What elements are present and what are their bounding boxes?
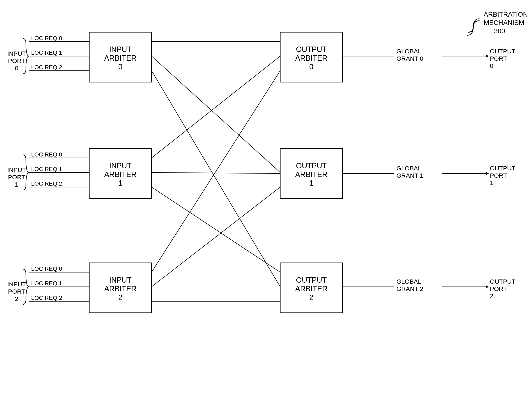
loc-req-2-0: LOC REQ 0 [31, 266, 62, 272]
input-port-1-label2: PORT [8, 174, 25, 181]
loc-req-1-2: LOC REQ 2 [31, 180, 62, 187]
loc-req-0-1: LOC REQ 1 [31, 49, 62, 56]
ia2-label2: ARBITER [104, 285, 137, 293]
input-port-2-number: 2 [15, 295, 19, 302]
output-port-2-number: 2 [490, 293, 493, 300]
svg-line-12 [152, 56, 280, 158]
input-port-1-label1: INPUT [7, 166, 26, 173]
ia1-label1: INPUT [109, 161, 132, 170]
loc-req-2-1: LOC REQ 1 [31, 280, 62, 287]
global-grant-0-label1: GLOBAL [396, 48, 421, 55]
global-grant-2-label1: GLOBAL [396, 278, 421, 285]
loc-req-1-1: LOC REQ 1 [31, 166, 62, 172]
ia2-label3: 2 [118, 293, 122, 302]
output-port-1-number: 1 [490, 179, 493, 186]
global-grant-0-label2: GRANT 0 [396, 55, 423, 62]
oa0-label1: OUTPUT [296, 45, 327, 54]
title-number: 300 [494, 27, 505, 35]
global-grant-1-label1: GLOBAL [396, 165, 421, 172]
title-line2: MECHANISM [484, 19, 524, 26]
ia0-label2: ARBITER [104, 54, 137, 62]
ia0-label3: 0 [118, 62, 122, 71]
arrow-grant-1 [486, 172, 489, 175]
oa2-label3: 2 [309, 293, 314, 302]
svg-line-14 [152, 187, 280, 272]
svg-line-13 [152, 172, 280, 174]
title-line1: ARBITRATION [484, 10, 528, 18]
ia0-label1: INPUT [109, 45, 132, 54]
oa1-label1: OUTPUT [296, 161, 327, 170]
loc-req-2-2: LOC REQ 2 [31, 295, 62, 301]
output-port-1-label1: OUTPUT [490, 165, 515, 172]
arrow-grant-0 [486, 54, 489, 58]
ia2-label1: INPUT [109, 276, 132, 284]
global-grant-1-label2: GRANT 1 [396, 172, 423, 179]
loc-req-1-0: LOC REQ 0 [31, 151, 62, 158]
loc-req-0-0: LOC REQ 0 [31, 35, 62, 41]
output-port-2-label1: OUTPUT [490, 278, 515, 285]
loc-req-0-2: LOC REQ 2 [31, 64, 62, 70]
svg-line-10 [152, 56, 280, 172]
svg-line-16 [152, 187, 280, 287]
oa1-label3: 1 [309, 179, 314, 187]
output-port-1-label2: PORT [490, 172, 507, 179]
output-port-2-label2: PORT [490, 285, 507, 292]
svg-line-15 [152, 71, 280, 272]
input-port-0-label1: INPUT [7, 50, 26, 57]
global-grant-2-label2: GRANT 2 [396, 285, 423, 292]
oa0-label3: 0 [309, 62, 314, 71]
input-port-1-number: 1 [15, 181, 19, 188]
arrow-grant-2 [486, 285, 489, 288]
output-port-0-label2: PORT [490, 55, 507, 62]
ia1-label2: ARBITER [104, 170, 137, 179]
output-port-0-label1: OUTPUT [490, 48, 515, 55]
ia1-label3: 1 [118, 179, 122, 187]
input-port-2-label2: PORT [8, 288, 25, 295]
input-port-2-label1: INPUT [7, 281, 26, 288]
oa2-label2: ARBITER [295, 285, 328, 293]
oa2-label1: OUTPUT [296, 276, 327, 284]
oa1-label2: ARBITER [295, 170, 328, 179]
input-port-0-label2: PORT [8, 57, 25, 64]
input-port-0-number: 0 [15, 65, 19, 72]
diagram-container: ARBITRATION MECHANISM 300 INPUT PORT 0 L… [0, 0, 532, 394]
svg-line-11 [152, 71, 280, 287]
oa0-label2: ARBITER [295, 54, 328, 62]
output-port-0-number: 0 [490, 62, 493, 69]
